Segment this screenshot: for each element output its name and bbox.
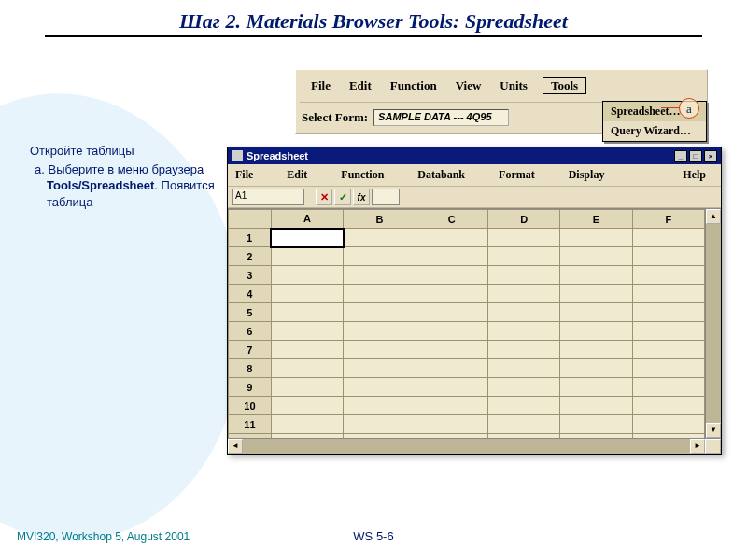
grid-cell[interactable] [416,415,487,434]
grid-cell[interactable] [271,322,343,341]
spreadsheet-grid[interactable]: ABCDEF123456789101112 [228,209,705,438]
close-button[interactable]: × [704,150,717,162]
grid-cell[interactable] [271,378,343,397]
cancel-edit-button[interactable]: ✕ [316,189,332,205]
column-header[interactable]: A [271,210,343,229]
grid-cell[interactable] [416,266,487,285]
row-header[interactable]: 9 [229,378,272,397]
grid-cell[interactable] [344,359,416,378]
grid-cell[interactable] [632,229,704,247]
grid-cell[interactable] [344,229,416,247]
grid-cell[interactable] [487,303,559,322]
grid-cell[interactable] [271,266,343,285]
grid-cell[interactable] [632,341,704,359]
scroll-right-icon[interactable]: ► [690,439,705,454]
grid-cell[interactable] [271,415,343,434]
grid-cell[interactable] [487,229,559,247]
grid-cell[interactable] [560,415,632,434]
grid-cell[interactable] [271,434,343,439]
grid-cell[interactable] [560,397,632,415]
grid-cell[interactable] [416,322,487,341]
grid-cell[interactable] [632,378,704,397]
grid-cell[interactable] [632,266,704,285]
grid-cell[interactable] [344,378,416,397]
row-header[interactable]: 6 [229,322,272,341]
ss-menu-databank[interactable]: Databank [417,168,465,182]
scroll-down-icon[interactable]: ▼ [706,423,721,438]
maximize-button[interactable]: □ [689,150,702,162]
grid-cell[interactable] [487,359,559,378]
ss-menu-file[interactable]: File [235,168,253,182]
grid-cell[interactable] [487,415,559,434]
grid-cell[interactable] [632,415,704,434]
row-header[interactable]: 5 [229,303,272,322]
grid-cell[interactable] [560,378,632,397]
grid-cell[interactable] [416,434,487,439]
grid-cell[interactable] [632,303,704,322]
grid-cell[interactable] [632,247,704,266]
tools-menu-query[interactable]: Query Wizard… [603,121,706,141]
row-header[interactable]: 3 [229,266,272,285]
column-header[interactable]: C [416,210,487,229]
grid-cell[interactable] [560,341,632,359]
grid-cell[interactable] [487,285,559,303]
row-header[interactable]: 7 [229,341,272,359]
window-titlebar[interactable]: Spreadsheet _ □ × [228,147,721,164]
grid-cell[interactable] [416,341,487,359]
column-header[interactable]: F [632,210,704,229]
grid-cell[interactable] [560,285,632,303]
menu-units[interactable]: Units [490,78,537,93]
row-header[interactable]: 12 [229,434,272,439]
row-header[interactable]: 8 [229,359,272,378]
minimize-button[interactable]: _ [674,150,687,162]
grid-cell[interactable] [344,247,416,266]
grid-cell[interactable] [560,229,632,247]
row-header[interactable]: 1 [229,229,272,247]
grid-cell[interactable] [344,415,416,434]
grid-cell[interactable] [344,434,416,439]
grid-cell[interactable] [416,397,487,415]
grid-cell[interactable] [632,397,704,415]
grid-cell[interactable] [632,285,704,303]
vscroll-track[interactable] [706,224,721,423]
grid-cell[interactable] [560,359,632,378]
column-header[interactable]: D [487,210,559,229]
function-button[interactable]: fx [353,189,370,205]
ss-menu-help[interactable]: Help [683,168,706,182]
menu-file[interactable]: File [302,78,340,93]
grid-cell[interactable] [632,434,704,439]
vertical-scrollbar[interactable]: ▲ ▼ [705,209,721,438]
grid-cell[interactable] [344,322,416,341]
ss-menu-display[interactable]: Display [569,168,605,182]
grid-cell[interactable] [416,229,487,247]
grid-cell[interactable] [271,247,343,266]
grid-cell[interactable] [487,266,559,285]
grid-cell[interactable] [560,322,632,341]
grid-cell[interactable] [271,229,343,247]
grid-cell[interactable] [416,359,487,378]
row-header[interactable]: 11 [229,415,272,434]
grid-cell[interactable] [487,247,559,266]
grid-cell[interactable] [416,303,487,322]
grid-cell[interactable] [344,266,416,285]
grid-cell[interactable] [271,397,343,415]
grid-cell[interactable] [560,247,632,266]
menu-view[interactable]: View [446,78,491,93]
hscroll-track[interactable] [243,439,690,454]
grid-cell[interactable] [632,359,704,378]
cell-reference-box[interactable]: A1 [232,189,304,205]
grid-cell[interactable] [416,378,487,397]
select-form-input[interactable]: SAMPLE DATA --- 4Q95 [374,109,509,126]
column-header[interactable]: B [344,210,416,229]
grid-cell[interactable] [271,359,343,378]
scroll-left-icon[interactable]: ◄ [228,439,243,454]
grid-cell[interactable] [487,322,559,341]
grid-cell[interactable] [416,247,487,266]
grid-cell[interactable] [344,397,416,415]
grid-cell[interactable] [632,322,704,341]
grid-cell[interactable] [271,341,343,359]
ss-menu-edit[interactable]: Edit [287,168,307,182]
horizontal-scrollbar[interactable]: ◄ ► [228,438,721,454]
row-header[interactable]: 2 [229,247,272,266]
grid-cell[interactable] [416,285,487,303]
